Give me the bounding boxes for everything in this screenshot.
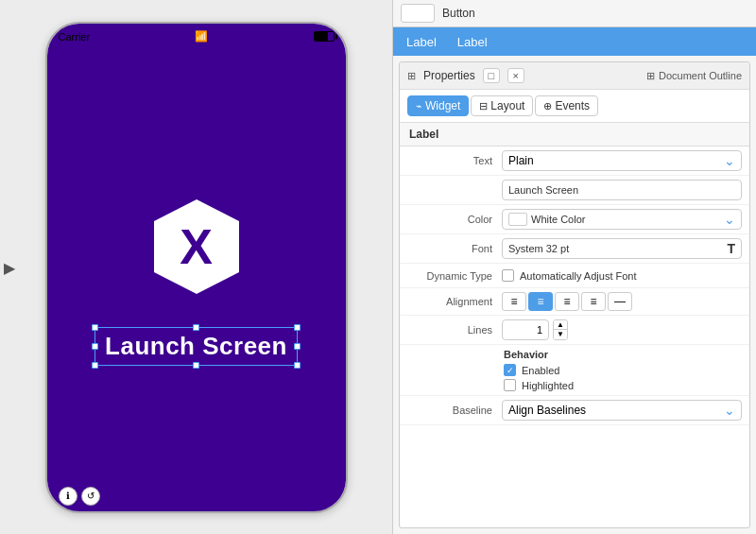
highlighted-label: Highlighted	[522, 380, 574, 391]
font-T-icon: T	[727, 241, 735, 256]
panel-close-btn[interactable]: ×	[507, 68, 524, 83]
widget-icon: ⌁	[416, 100, 422, 112]
button-label-box	[401, 4, 435, 23]
alignment-buttons: ≡ ≡ ≡ ≡ —	[502, 292, 742, 311]
align-justify-btn[interactable]: ≡	[581, 292, 606, 311]
tab-events[interactable]: ⊕ Events	[535, 95, 598, 116]
color-value: White Color	[531, 214, 585, 225]
simulator-area: ▶ Carrier 📶 X	[0, 0, 392, 534]
phone-bottom-icons: ℹ ↺	[59, 487, 100, 506]
align-right-btn[interactable]: ≡	[555, 292, 579, 311]
behavior-title: Behavior	[504, 349, 742, 360]
right-panel: Button Label Label ⊞ Properties □ × ⊞ Do…	[392, 0, 756, 534]
color-swatch	[508, 213, 527, 226]
color-select[interactable]: White Color ⌄	[502, 209, 742, 230]
font-value: System 32 pt	[508, 243, 569, 254]
lines-input-group: 1 ▲ ▼	[502, 319, 742, 340]
handle-bm	[193, 362, 199, 369]
section-label: Label	[400, 123, 749, 146]
bottom-icon-refresh[interactable]: ↺	[81, 487, 100, 506]
baseline-value: Align Baselines	[508, 404, 586, 417]
tab-layout[interactable]: ⊟ Layout	[471, 95, 533, 116]
battery-icon	[314, 31, 335, 42]
text-dropdown[interactable]: Plain ⌄	[502, 150, 742, 171]
selected-label-box[interactable]: Launch Screen	[94, 327, 298, 366]
text-content-field[interactable]: Launch Screen	[502, 180, 742, 200]
toolbar-tabs: ⌁ Widget ⊟ Layout ⊕ Events	[400, 90, 749, 123]
highlighted-checkbox[interactable]	[504, 379, 516, 391]
font-field[interactable]: System 32 pt T	[502, 238, 742, 259]
baseline-dropdown[interactable]: Align Baselines ⌄	[502, 400, 742, 421]
align-center-btn[interactable]: ≡	[528, 292, 553, 311]
enabled-checkbox[interactable]	[504, 364, 516, 376]
handle-mr	[294, 343, 301, 350]
dynamic-type-value: Automatically Adjust Font	[502, 269, 742, 282]
doc-outline-btn[interactable]: ⊞ Document Outline	[646, 70, 742, 82]
wifi-icon: 📶	[195, 30, 208, 43]
lines-input[interactable]: 1	[502, 319, 549, 340]
lines-value: 1 ▲ ▼	[502, 319, 742, 340]
align-button-group: ≡ ≡ ≡ ≡ —	[502, 292, 742, 311]
color-chevron-icon: ⌄	[724, 212, 735, 227]
logo-letter: X	[180, 218, 213, 275]
align-natural-btn[interactable]: —	[608, 292, 632, 311]
dynamic-type-checkbox[interactable]	[502, 269, 514, 282]
panel-minimize-btn[interactable]: □	[483, 68, 500, 83]
baseline-row: Baseline Align Baselines ⌄	[400, 396, 749, 425]
lines-stepper: ▲ ▼	[553, 319, 568, 340]
behavior-section: Behavior Enabled Highlighted	[400, 345, 749, 396]
lines-stepper-down[interactable]: ▼	[554, 330, 567, 339]
text-content-input[interactable]: Launch Screen	[502, 180, 742, 200]
baseline-select[interactable]: Align Baselines ⌄	[502, 400, 742, 421]
alignment-label: Alignment	[407, 296, 502, 307]
panel-header-left: ⊞ Properties □ ×	[407, 68, 524, 83]
tab-widget-label: Widget	[425, 99, 460, 112]
button-row: Button	[401, 4, 748, 26]
doc-outline-icon: ⊞	[646, 70, 655, 82]
text-select[interactable]: Plain ⌄	[502, 150, 742, 171]
enabled-row: Enabled	[504, 364, 742, 376]
color-dropdown[interactable]: White Color ⌄	[502, 209, 742, 230]
top-bar: Button	[393, 0, 756, 27]
label-tab-1[interactable]: Label	[401, 31, 442, 53]
carrier-text: Carrier	[59, 31, 91, 43]
align-left-btn[interactable]: ≡	[502, 292, 526, 311]
panel-title: Properties	[423, 69, 475, 82]
handle-br	[294, 362, 301, 369]
text-content-row: Launch Screen	[400, 176, 749, 205]
status-bar: Carrier 📶	[47, 24, 346, 50]
app-logo: X	[145, 195, 249, 299]
phone-content: X Launch Screen ℹ ↺	[47, 50, 346, 511]
dynamic-type-checkbox-row: Automatically Adjust Font	[502, 269, 742, 282]
dynamic-type-label: Dynamic Type	[407, 270, 502, 282]
phone-frame: Carrier 📶 X	[45, 22, 348, 513]
text-row: Text Plain ⌄	[400, 146, 749, 176]
button-text: Button	[442, 7, 475, 20]
properties-panel: ⊞ Properties □ × ⊞ Document Outline ⌁ Wi…	[399, 61, 750, 528]
launch-screen-label: Launch Screen	[105, 332, 287, 360]
lines-label: Lines	[407, 324, 502, 336]
lines-stepper-up[interactable]: ▲	[554, 320, 567, 330]
panel-header: ⊞ Properties □ × ⊞ Document Outline	[400, 62, 749, 90]
label-tab-2[interactable]: Label	[452, 31, 493, 53]
dynamic-type-text: Automatically Adjust Font	[520, 270, 637, 282]
baseline-label: Baseline	[407, 405, 502, 416]
layout-icon: ⊟	[479, 100, 488, 112]
handle-tl	[92, 324, 98, 331]
tab-widget[interactable]: ⌁ Widget	[407, 95, 469, 116]
baseline-chevron-icon: ⌄	[724, 403, 735, 418]
color-row: Color White Color ⌄	[400, 205, 749, 234]
simulator-arrow-icon: ▶	[4, 258, 15, 276]
text-chevron-icon: ⌄	[724, 153, 735, 168]
handle-tr	[294, 324, 301, 331]
font-dropdown[interactable]: System 32 pt T	[502, 238, 742, 259]
tab-layout-label: Layout	[490, 99, 524, 112]
text-prop-label: Text	[407, 155, 502, 166]
bottom-icon-info[interactable]: ℹ	[59, 487, 77, 506]
events-icon: ⊕	[543, 100, 552, 112]
properties-icon: ⊞	[407, 70, 416, 82]
text-dropdown-value: Plain	[508, 154, 534, 167]
font-prop-label: Font	[407, 243, 502, 254]
highlighted-row: Highlighted	[504, 379, 742, 391]
label-tab-bar: Label Label	[393, 27, 756, 56]
